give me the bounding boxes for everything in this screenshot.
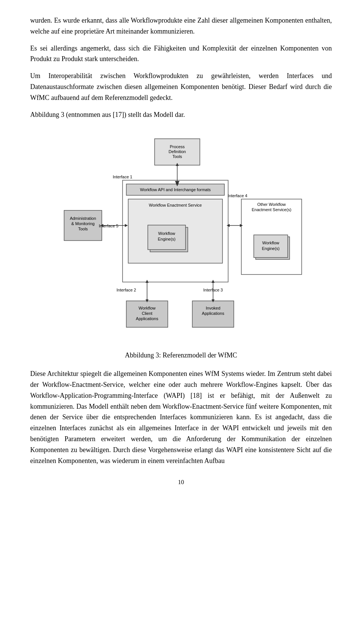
svg-text:Invoked: Invoked bbox=[206, 306, 221, 310]
paragraph-1: wurden. Es wurde erkannt, dass alle Work… bbox=[30, 15, 332, 37]
paragraph-3: Um Interoperabilität zwischen Workflowpr… bbox=[30, 71, 332, 103]
svg-text:Tools: Tools bbox=[172, 154, 182, 159]
svg-marker-50 bbox=[212, 280, 215, 283]
svg-text:Workflow API and Interchange f: Workflow API and Interchange formats bbox=[140, 187, 211, 192]
svg-text:Interface 4: Interface 4 bbox=[228, 193, 247, 198]
svg-text:Client: Client bbox=[142, 311, 152, 316]
paragraph-4: Abbildung 3 (entnommen aus [17]) stellt … bbox=[30, 109, 332, 120]
svg-text:Applications: Applications bbox=[136, 316, 158, 321]
svg-text:Applications: Applications bbox=[202, 311, 224, 316]
paragraph-after-1: Diese Architektur spiegelt die allgemein… bbox=[30, 368, 332, 466]
svg-text:Other Workflow: Other Workflow bbox=[257, 202, 286, 207]
svg-text:Workflow: Workflow bbox=[138, 306, 155, 310]
svg-text:Interface 2: Interface 2 bbox=[117, 288, 136, 292]
svg-text:Process: Process bbox=[170, 144, 185, 149]
wfmc-diagram: Process Definition Tools Workflow API an… bbox=[53, 131, 309, 342]
page-number: 10 bbox=[30, 477, 332, 487]
svg-text:Enactment Service(s): Enactment Service(s) bbox=[252, 207, 291, 212]
svg-text:Workflow Enactment Service: Workflow Enactment Service bbox=[149, 203, 202, 207]
svg-text:Interface 1: Interface 1 bbox=[113, 175, 132, 179]
svg-text:Engine(s): Engine(s) bbox=[262, 246, 279, 251]
svg-text:Tools: Tools bbox=[78, 227, 88, 231]
paragraph-4-text: Abbildung 3 (entnommen aus [17]) stellt … bbox=[30, 111, 185, 118]
svg-text:Engine(s): Engine(s) bbox=[158, 237, 175, 241]
paragraph-1-text: wurden. Es wurde erkannt, dass alle Work… bbox=[30, 17, 332, 35]
page-number-text: 10 bbox=[178, 479, 184, 485]
paragraph-3-text: Um Interoperabilität zwischen Workflowpr… bbox=[30, 72, 332, 101]
svg-marker-42 bbox=[125, 224, 128, 227]
paragraph-2: Es sei allerdings angemerkt, dass sich d… bbox=[30, 43, 332, 65]
svg-text:Administration: Administration bbox=[70, 216, 96, 221]
svg-text:Workflow: Workflow bbox=[158, 231, 175, 236]
diagram-svg: Process Definition Tools Workflow API an… bbox=[53, 131, 309, 342]
svg-text:Workflow: Workflow bbox=[262, 241, 279, 245]
paragraph-2-text: Es sei allerdings angemerkt, dass sich d… bbox=[30, 44, 332, 63]
svg-marker-47 bbox=[146, 280, 149, 283]
diagram-container: Process Definition Tools Workflow API an… bbox=[30, 131, 332, 342]
svg-text:& Monitoring: & Monitoring bbox=[71, 221, 95, 226]
paragraph-after-1-text: Diese Architektur spiegelt die allgemein… bbox=[30, 370, 332, 464]
figure-caption-text: Abbildung 3: Referenzmodell der WfMC bbox=[125, 351, 237, 359]
figure-caption: Abbildung 3: Referenzmodell der WfMC bbox=[30, 350, 332, 361]
svg-text:Definition: Definition bbox=[169, 149, 186, 154]
